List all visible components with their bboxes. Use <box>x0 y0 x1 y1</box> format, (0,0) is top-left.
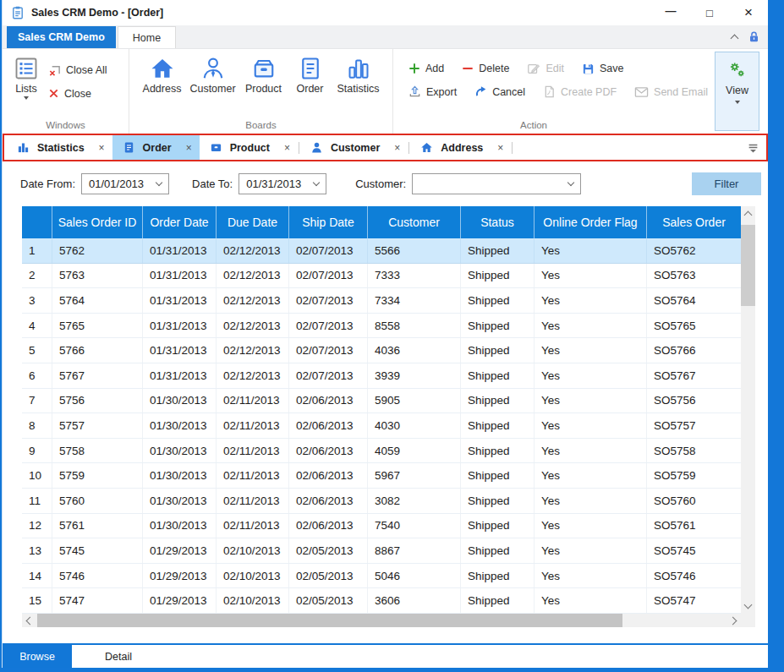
table-row[interactable]: 9575801/30/201302/11/201302/06/20134059S… <box>22 439 741 464</box>
maximize-button[interactable]: □ <box>690 0 729 25</box>
grid-cell: 01/30/2013 <box>143 389 217 413</box>
close-all-icon <box>48 64 61 77</box>
close-tab-icon[interactable]: × <box>394 142 400 154</box>
table-row[interactable]: 4576501/31/201302/12/201302/07/20138558S… <box>22 314 741 339</box>
row-number-cell: 10 <box>22 463 52 488</box>
add-button[interactable]: Add <box>408 62 444 75</box>
create-pdf-button[interactable]: Create PDF <box>543 85 617 98</box>
view-button[interactable]: View <box>715 52 759 131</box>
table-row[interactable]: 10575901/30/201302/11/201302/06/20135967… <box>22 463 741 489</box>
box-icon-button[interactable]: Product <box>238 53 289 118</box>
grid-cell: 5566 <box>368 238 461 263</box>
grid-cell: 02/05/2013 <box>289 564 368 588</box>
table-row[interactable]: 3576401/31/201302/12/201302/07/20137334S… <box>22 288 741 314</box>
date-to-select[interactable]: 01/31/2013 <box>238 173 326 194</box>
table-row[interactable]: 15574701/29/201302/10/201302/05/20133606… <box>22 588 741 614</box>
table-row[interactable]: 8575701/30/201302/11/201302/06/20134030S… <box>22 413 741 439</box>
document-tab-bar: Statistics × Order × Product × Customer … <box>3 134 768 161</box>
export-button[interactable]: Export <box>408 85 457 98</box>
table-row[interactable]: 1576201/31/201302/12/201302/07/20135566S… <box>22 238 741 264</box>
column-header[interactable]: Sales Order <box>647 206 741 238</box>
minimize-button[interactable]: — <box>651 0 690 25</box>
close-tab-icon[interactable]: × <box>284 142 290 154</box>
ribbon-tab-row: Sales CRM Demo Home <box>3 25 768 49</box>
person-icon <box>310 141 323 154</box>
tab-order[interactable]: Order × <box>112 135 200 160</box>
close-tab-icon[interactable]: × <box>186 142 192 154</box>
column-header[interactable]: Due Date <box>217 206 289 238</box>
scroll-down-icon[interactable] <box>744 601 753 609</box>
tab-customer[interactable]: Customer × <box>300 135 408 160</box>
tab-list-button[interactable] <box>748 143 764 153</box>
save-button[interactable]: Save <box>582 62 624 75</box>
order-board-button[interactable]: Order <box>289 53 332 118</box>
grid-cell: Yes <box>535 363 647 388</box>
table-row[interactable]: 2576301/31/201302/12/201302/07/20137333S… <box>22 264 741 289</box>
scroll-left-icon[interactable] <box>26 617 35 626</box>
customer-board-button[interactable]: Customer <box>188 53 238 118</box>
column-header[interactable]: Online Order Flag <box>535 206 647 238</box>
horizontal-scrollbar[interactable] <box>22 614 741 627</box>
scroll-up-icon[interactable] <box>744 211 753 220</box>
close-all-button[interactable]: Close All <box>48 64 107 77</box>
close-tab-icon[interactable]: × <box>497 142 503 154</box>
tab-product[interactable]: Product × <box>200 135 298 160</box>
close-tab-icon[interactable]: × <box>99 142 105 154</box>
table-row[interactable]: 12576101/30/201302/11/201302/06/20137540… <box>22 514 741 539</box>
grid-cell: SO5760 <box>647 489 741 513</box>
tab-address[interactable]: Address × <box>410 135 511 160</box>
statistics-board-button[interactable]: Statistics <box>332 53 386 118</box>
column-header[interactable]: Status <box>461 206 535 238</box>
grid-cell: Shipped <box>461 288 535 313</box>
app-menu-tab[interactable]: Sales CRM Demo <box>7 26 116 48</box>
close-window-button[interactable]: × <box>729 0 768 25</box>
ribbon: Lists Close All Close <box>3 49 768 134</box>
delete-button[interactable]: Delete <box>462 62 509 75</box>
grid-cell: Shipped <box>461 439 535 463</box>
date-from-select[interactable]: 01/01/2013 <box>81 173 169 194</box>
grid-cell: SO5767 <box>647 363 741 388</box>
footer-tab-bar: Browse Detail <box>3 643 768 668</box>
grid-cell: 01/31/2013 <box>143 363 217 388</box>
grid-cell: Yes <box>535 588 647 613</box>
customer-select[interactable] <box>412 173 581 194</box>
table-row[interactable]: 6576701/31/201302/12/201302/07/20133939S… <box>22 363 741 389</box>
collapse-ribbon-icon[interactable] <box>731 35 739 43</box>
tab-browse[interactable]: Browse <box>3 645 72 668</box>
group-label-windows: Windows <box>8 118 123 133</box>
grid-cell: Yes <box>535 439 647 463</box>
grid-cell: 5766 <box>52 338 143 363</box>
lists-button[interactable]: Lists <box>8 53 45 118</box>
lock-icon[interactable] <box>748 30 760 43</box>
chevron-down-icon <box>735 101 740 104</box>
vertical-scrollbar[interactable] <box>741 206 755 614</box>
filter-button[interactable]: Filter <box>692 172 761 195</box>
tab-home[interactable]: Home <box>118 26 176 48</box>
close-button[interactable]: Close <box>48 88 107 100</box>
tab-statistics[interactable]: Statistics × <box>7 135 112 160</box>
address-board-button[interactable]: Address <box>137 53 188 118</box>
view-label: View <box>726 85 748 96</box>
grid-cell: 01/31/2013 <box>143 264 217 288</box>
horizontal-scroll-thumb[interactable] <box>37 614 622 627</box>
send-email-button[interactable]: Send Email <box>634 85 708 98</box>
home-icon <box>150 56 175 81</box>
scroll-right-icon[interactable] <box>729 617 737 626</box>
grid-cell: 5746 <box>52 564 143 588</box>
tab-detail[interactable]: Detail <box>84 645 153 668</box>
grid-cell: 5767 <box>52 363 143 388</box>
table-row[interactable]: 14574601/29/201302/10/201302/05/20135046… <box>22 564 741 589</box>
table-row[interactable]: 13574501/29/201302/10/201302/05/20138867… <box>22 538 741 564</box>
column-header[interactable]: Ship Date <box>289 206 368 238</box>
column-header[interactable] <box>22 206 52 238</box>
cancel-button[interactable]: Cancel <box>474 85 525 98</box>
table-row[interactable]: 7575601/30/201302/11/201302/06/20135905S… <box>22 389 741 414</box>
column-header[interactable]: Order Date <box>143 206 217 238</box>
vertical-scroll-thumb[interactable] <box>741 225 755 306</box>
column-header[interactable]: Customer <box>368 206 461 238</box>
table-row[interactable]: 11576001/30/201302/11/201302/06/20133082… <box>22 489 741 514</box>
grid-cell: SO5745 <box>647 538 741 563</box>
edit-button[interactable]: Edit <box>527 62 564 75</box>
table-row[interactable]: 5576601/31/201302/12/201302/07/20134036S… <box>22 338 741 363</box>
column-header[interactable]: Sales Order ID <box>52 206 143 238</box>
